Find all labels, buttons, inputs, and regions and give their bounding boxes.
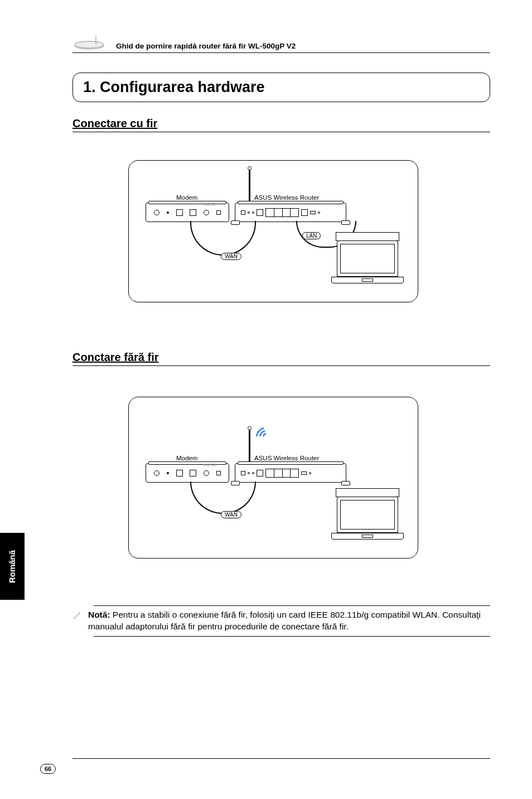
router-device-icon [235,203,346,222]
note-body: Pentru a stabili o conexiune fără fir, f… [88,610,481,631]
subsection-wireless-title: Conctare fără fir [72,351,490,366]
note-bold-label: Notă: [88,610,110,619]
router-label: ASUS Wireless Router [254,194,319,201]
language-label: Română [8,550,17,583]
divider-icon [94,605,490,606]
modem-label-2: Modem [176,455,197,461]
antenna-tip-icon [248,166,252,170]
wifi-signal-icon [254,422,282,450]
antenna-icon [249,169,250,203]
antenna-icon-2 [249,430,250,463]
pencil-note-icon [72,610,81,619]
laptop-icon [331,240,404,293]
svg-point-1 [75,41,104,48]
subsection-wired: Conectare cu fir Modem ASUS Wireless Rou… [72,117,490,302]
wan-label: WAN [221,253,241,260]
router-device-icon-2 [235,463,346,483]
modem-device-icon-2: ADSL [146,463,229,483]
wan-cable-icon-2 [190,482,256,514]
wan-label-2: WAN [221,511,241,518]
subsection-wireless: Conctare fără fir Modem ASUS Wireless Ro… [72,351,490,559]
wan-cable-icon [190,221,256,256]
page-number: 66 [40,764,56,774]
wired-diagram: Modem ASUS Wireless Router ADSL [128,160,418,302]
modem-device-icon: ADSL [146,203,229,222]
section-title-box: 1. Configurarea hardware [72,73,490,102]
modem-label: Modem [176,194,197,201]
page-header: Ghid de pornire rapidă router fără fir W… [72,35,490,53]
footer-divider [72,758,490,759]
svg-line-3 [79,613,79,614]
wireless-diagram: Modem ASUS Wireless Router ADSL [128,397,418,559]
antenna-tip-icon-2 [248,426,252,430]
language-tab: Română [0,533,25,600]
note-section: Notă: Pentru a stabili o conexiune fără … [72,605,490,637]
router-label-2: ASUS Wireless Router [254,455,319,461]
lan-label: LAN [302,232,321,239]
adsl-label: ADSL [204,202,217,207]
router-header-icon [72,35,106,50]
section-title: 1. Configurarea hardware [83,79,480,96]
subsection-wired-title: Conectare cu fir [72,117,490,132]
divider-icon [94,636,490,637]
header-title: Ghid de pornire rapidă router fără fir W… [116,42,296,50]
adsl-label-2: ADSL [204,463,217,468]
laptop-icon-2 [331,497,404,550]
note-text: Notă: Pentru a stabili o conexiune fără … [88,609,490,633]
